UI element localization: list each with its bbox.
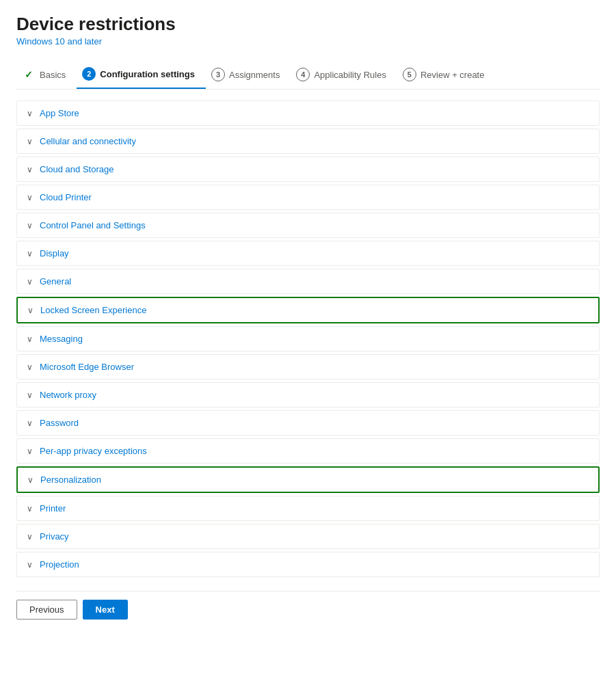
section-row-control-panel[interactable]: ∨Control Panel and Settings <box>16 213 600 238</box>
chevron-down-icon: ∨ <box>27 277 33 287</box>
section-label-app-store: App Store <box>40 108 79 118</box>
next-button[interactable]: Next <box>83 600 128 620</box>
configuration-indicator: 2 <box>82 67 96 81</box>
basics-check-icon: ✓ <box>22 68 36 81</box>
section-row-messaging[interactable]: ∨Messaging <box>16 326 600 351</box>
bottom-bar: Previous Next <box>16 591 600 620</box>
section-row-printer[interactable]: ∨Printer <box>16 496 600 521</box>
chevron-down-icon: ∨ <box>27 193 33 202</box>
wizard-step-basics[interactable]: ✓ Basics <box>16 61 77 88</box>
chevron-down-icon: ∨ <box>27 109 33 118</box>
chevron-down-icon: ∨ <box>27 390 33 400</box>
section-row-cloud-storage[interactable]: ∨Cloud and Storage <box>16 157 600 182</box>
section-label-per-app-privacy: Per-app privacy exceptions <box>40 446 147 456</box>
chevron-down-icon: ∨ <box>27 475 34 485</box>
wizard-steps: ✓ Basics 2 Configuration settings 3 Assi… <box>16 60 600 90</box>
chevron-down-icon: ∨ <box>27 560 33 570</box>
section-label-messaging: Messaging <box>40 334 83 344</box>
section-row-cloud-printer[interactable]: ∨Cloud Printer <box>16 185 600 210</box>
chevron-down-icon: ∨ <box>27 418 33 428</box>
section-label-privacy: Privacy <box>40 531 69 542</box>
basics-label: Basics <box>40 70 66 80</box>
chevron-down-icon: ∨ <box>27 532 33 542</box>
wizard-step-applicability[interactable]: 4 Applicability Rules <box>291 61 397 88</box>
section-label-cloud-storage: Cloud and Storage <box>40 164 113 174</box>
section-label-personalization: Personalization <box>40 475 101 485</box>
section-label-password: Password <box>40 418 79 428</box>
section-row-display[interactable]: ∨Display <box>16 241 600 266</box>
section-label-projection: Projection <box>40 559 79 570</box>
applicability-indicator: 4 <box>296 68 310 81</box>
section-row-microsoft-edge[interactable]: ∨Microsoft Edge Browser <box>16 354 600 380</box>
section-row-personalization[interactable]: ∨Personalization <box>16 466 600 493</box>
section-label-cellular: Cellular and connectivity <box>40 136 136 146</box>
chevron-down-icon: ∨ <box>27 447 33 456</box>
chevron-down-icon: ∨ <box>27 165 33 174</box>
chevron-down-icon: ∨ <box>27 249 33 258</box>
section-label-general: General <box>40 276 71 287</box>
wizard-step-configuration[interactable]: 2 Configuration settings <box>77 60 206 89</box>
chevron-down-icon: ∨ <box>27 306 34 315</box>
chevron-down-icon: ∨ <box>27 362 33 372</box>
section-row-network-proxy[interactable]: ∨Network proxy <box>16 382 600 408</box>
section-label-network-proxy: Network proxy <box>40 390 96 400</box>
section-label-microsoft-edge: Microsoft Edge Browser <box>40 362 134 372</box>
sections-list: ∨App Store∨Cellular and connectivity∨Clo… <box>16 101 600 580</box>
chevron-down-icon: ∨ <box>27 137 33 146</box>
section-label-display: Display <box>40 248 69 258</box>
section-row-per-app-privacy[interactable]: ∨Per-app privacy exceptions <box>16 438 600 464</box>
review-indicator: 5 <box>403 68 416 81</box>
assignments-indicator: 3 <box>211 68 225 81</box>
section-row-projection[interactable]: ∨Projection <box>16 552 600 577</box>
review-label: Review + create <box>420 70 485 80</box>
page-header: Device restrictions Windows 10 and later <box>16 14 600 46</box>
applicability-label: Applicability Rules <box>314 70 386 80</box>
page-title: Device restrictions <box>16 14 600 35</box>
section-row-app-store[interactable]: ∨App Store <box>16 101 600 126</box>
page-subtitle: Windows 10 and later <box>16 36 600 46</box>
chevron-down-icon: ∨ <box>27 504 33 514</box>
previous-button[interactable]: Previous <box>16 600 77 620</box>
chevron-down-icon: ∨ <box>27 334 33 344</box>
chevron-down-icon: ∨ <box>27 221 33 230</box>
section-row-general[interactable]: ∨General <box>16 269 600 294</box>
section-label-printer: Printer <box>40 503 66 514</box>
wizard-step-review[interactable]: 5 Review + create <box>397 61 496 88</box>
section-row-privacy[interactable]: ∨Privacy <box>16 524 600 549</box>
section-label-locked-screen: Locked Screen Experience <box>40 305 146 315</box>
section-row-cellular[interactable]: ∨Cellular and connectivity <box>16 129 600 154</box>
section-row-locked-screen[interactable]: ∨Locked Screen Experience <box>16 297 600 323</box>
section-label-cloud-printer: Cloud Printer <box>40 192 92 202</box>
wizard-step-assignments[interactable]: 3 Assignments <box>206 61 291 88</box>
page-container: Device restrictions Windows 10 and later… <box>0 0 616 633</box>
assignments-label: Assignments <box>229 70 280 80</box>
section-label-control-panel: Control Panel and Settings <box>40 220 146 230</box>
section-row-password[interactable]: ∨Password <box>16 410 600 436</box>
configuration-label: Configuration settings <box>100 69 195 79</box>
